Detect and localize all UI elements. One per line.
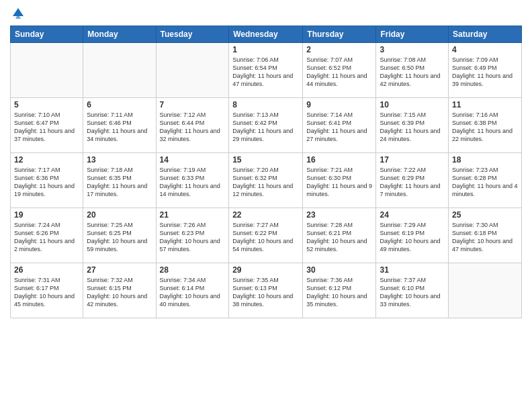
weekday-header-saturday: Saturday [449, 26, 522, 43]
day-info: Sunrise: 7:15 AM Sunset: 6:39 PM Dayligh… [380, 111, 445, 144]
day-info: Sunrise: 7:09 AM Sunset: 6:49 PM Dayligh… [452, 56, 518, 89]
calendar-cell: 28Sunrise: 7:34 AM Sunset: 6:14 PM Dayli… [156, 263, 229, 318]
calendar-cell: 30Sunrise: 7:36 AM Sunset: 6:12 PM Dayli… [303, 263, 376, 318]
day-number: 21 [160, 210, 226, 220]
day-number: 6 [87, 100, 152, 109]
day-info: Sunrise: 7:21 AM Sunset: 6:30 PM Dayligh… [306, 166, 372, 199]
calendar-cell: 7Sunrise: 7:12 AM Sunset: 6:44 PM Daylig… [156, 98, 229, 153]
calendar-week-3: 12Sunrise: 7:17 AM Sunset: 6:36 PM Dayli… [11, 153, 522, 208]
calendar-cell [11, 43, 83, 98]
day-number: 28 [160, 265, 226, 275]
calendar-cell: 9Sunrise: 7:14 AM Sunset: 6:41 PM Daylig… [303, 98, 376, 153]
day-info: Sunrise: 7:07 AM Sunset: 6:52 PM Dayligh… [306, 56, 372, 89]
calendar-table: SundayMondayTuesdayWednesdayThursdayFrid… [10, 26, 522, 318]
day-info: Sunrise: 7:13 AM Sunset: 6:42 PM Dayligh… [232, 111, 299, 144]
day-info: Sunrise: 7:27 AM Sunset: 6:22 PM Dayligh… [232, 221, 299, 254]
day-number: 8 [232, 100, 299, 109]
day-info: Sunrise: 7:17 AM Sunset: 6:36 PM Dayligh… [14, 166, 79, 199]
day-info: Sunrise: 7:37 AM Sunset: 6:10 PM Dayligh… [380, 276, 445, 309]
calendar-cell: 26Sunrise: 7:31 AM Sunset: 6:17 PM Dayli… [11, 263, 83, 318]
calendar-cell: 2Sunrise: 7:07 AM Sunset: 6:52 PM Daylig… [303, 43, 376, 98]
weekday-header-monday: Monday [83, 26, 156, 43]
day-number: 24 [380, 210, 445, 220]
calendar-week-5: 26Sunrise: 7:31 AM Sunset: 6:17 PM Dayli… [11, 263, 522, 318]
day-number: 27 [87, 265, 152, 275]
day-number: 12 [14, 155, 79, 165]
day-number: 26 [14, 265, 79, 275]
calendar-cell: 25Sunrise: 7:30 AM Sunset: 6:18 PM Dayli… [449, 208, 522, 263]
day-number: 30 [306, 265, 372, 275]
calendar-cell [156, 43, 229, 98]
day-number: 10 [380, 100, 445, 109]
day-number: 20 [87, 210, 152, 220]
calendar-cell: 14Sunrise: 7:19 AM Sunset: 6:33 PM Dayli… [156, 153, 229, 208]
day-info: Sunrise: 7:25 AM Sunset: 6:25 PM Dayligh… [87, 221, 152, 254]
day-info: Sunrise: 7:14 AM Sunset: 6:41 PM Dayligh… [306, 111, 372, 144]
day-info: Sunrise: 7:30 AM Sunset: 6:18 PM Dayligh… [452, 221, 518, 254]
weekday-header-sunday: Sunday [11, 26, 83, 43]
day-number: 3 [380, 45, 445, 54]
day-number: 25 [452, 210, 518, 220]
calendar-cell: 3Sunrise: 7:08 AM Sunset: 6:50 PM Daylig… [376, 43, 449, 98]
calendar-cell [83, 43, 156, 98]
calendar-cell: 13Sunrise: 7:18 AM Sunset: 6:35 PM Dayli… [83, 153, 156, 208]
day-number: 31 [380, 265, 445, 275]
calendar-cell: 15Sunrise: 7:20 AM Sunset: 6:32 PM Dayli… [229, 153, 303, 208]
weekday-header-thursday: Thursday [303, 26, 376, 43]
calendar-cell: 17Sunrise: 7:22 AM Sunset: 6:29 PM Dayli… [376, 153, 449, 208]
weekday-header-friday: Friday [376, 26, 449, 43]
day-info: Sunrise: 7:36 AM Sunset: 6:12 PM Dayligh… [306, 276, 372, 309]
day-info: Sunrise: 7:06 AM Sunset: 6:54 PM Dayligh… [232, 56, 299, 89]
calendar-cell: 20Sunrise: 7:25 AM Sunset: 6:25 PM Dayli… [83, 208, 156, 263]
calendar-cell: 18Sunrise: 7:23 AM Sunset: 6:28 PM Dayli… [449, 153, 522, 208]
day-info: Sunrise: 7:18 AM Sunset: 6:35 PM Dayligh… [87, 166, 152, 199]
calendar-cell: 1Sunrise: 7:06 AM Sunset: 6:54 PM Daylig… [229, 43, 303, 98]
calendar-cell: 23Sunrise: 7:28 AM Sunset: 6:21 PM Dayli… [303, 208, 376, 263]
day-info: Sunrise: 7:11 AM Sunset: 6:46 PM Dayligh… [87, 111, 152, 144]
day-info: Sunrise: 7:22 AM Sunset: 6:29 PM Dayligh… [380, 166, 445, 199]
weekday-header-tuesday: Tuesday [156, 26, 229, 43]
day-number: 4 [452, 45, 518, 54]
day-number: 19 [14, 210, 79, 220]
day-info: Sunrise: 7:08 AM Sunset: 6:50 PM Dayligh… [380, 56, 445, 89]
calendar-cell: 16Sunrise: 7:21 AM Sunset: 6:30 PM Dayli… [303, 153, 376, 208]
day-info: Sunrise: 7:31 AM Sunset: 6:17 PM Dayligh… [14, 276, 79, 309]
day-info: Sunrise: 7:20 AM Sunset: 6:32 PM Dayligh… [232, 166, 299, 199]
day-info: Sunrise: 7:28 AM Sunset: 6:21 PM Dayligh… [306, 221, 372, 254]
day-number: 15 [232, 155, 299, 165]
day-number: 11 [452, 100, 518, 109]
calendar-cell: 6Sunrise: 7:11 AM Sunset: 6:46 PM Daylig… [83, 98, 156, 153]
day-number: 1 [232, 45, 299, 54]
day-info: Sunrise: 7:10 AM Sunset: 6:47 PM Dayligh… [14, 111, 79, 144]
calendar-cell: 12Sunrise: 7:17 AM Sunset: 6:36 PM Dayli… [11, 153, 83, 208]
calendar-cell: 4Sunrise: 7:09 AM Sunset: 6:49 PM Daylig… [449, 43, 522, 98]
day-info: Sunrise: 7:19 AM Sunset: 6:33 PM Dayligh… [160, 166, 226, 199]
day-number: 2 [306, 45, 372, 54]
day-number: 9 [306, 100, 372, 109]
weekday-header-row: SundayMondayTuesdayWednesdayThursdayFrid… [11, 26, 522, 43]
calendar-cell: 19Sunrise: 7:24 AM Sunset: 6:26 PM Dayli… [11, 208, 83, 263]
day-number: 5 [14, 100, 79, 109]
day-info: Sunrise: 7:16 AM Sunset: 6:38 PM Dayligh… [452, 111, 518, 144]
calendar-cell: 5Sunrise: 7:10 AM Sunset: 6:47 PM Daylig… [11, 98, 83, 153]
calendar-cell: 8Sunrise: 7:13 AM Sunset: 6:42 PM Daylig… [229, 98, 303, 153]
calendar-cell: 21Sunrise: 7:26 AM Sunset: 6:23 PM Dayli… [156, 208, 229, 263]
day-number: 18 [452, 155, 518, 165]
header [10, 7, 522, 20]
day-number: 22 [232, 210, 299, 220]
calendar-cell: 31Sunrise: 7:37 AM Sunset: 6:10 PM Dayli… [376, 263, 449, 318]
day-info: Sunrise: 7:32 AM Sunset: 6:15 PM Dayligh… [87, 276, 152, 309]
calendar-cell: 10Sunrise: 7:15 AM Sunset: 6:39 PM Dayli… [376, 98, 449, 153]
weekday-header-wednesday: Wednesday [229, 26, 303, 43]
page: SundayMondayTuesdayWednesdayThursdayFrid… [0, 0, 532, 411]
calendar-week-1: 1Sunrise: 7:06 AM Sunset: 6:54 PM Daylig… [11, 43, 522, 98]
day-number: 17 [380, 155, 445, 165]
calendar-week-4: 19Sunrise: 7:24 AM Sunset: 6:26 PM Dayli… [11, 208, 522, 263]
calendar-cell: 27Sunrise: 7:32 AM Sunset: 6:15 PM Dayli… [83, 263, 156, 318]
calendar-cell: 29Sunrise: 7:35 AM Sunset: 6:13 PM Dayli… [229, 263, 303, 318]
logo [10, 7, 25, 20]
day-info: Sunrise: 7:12 AM Sunset: 6:44 PM Dayligh… [160, 111, 226, 144]
day-info: Sunrise: 7:35 AM Sunset: 6:13 PM Dayligh… [232, 276, 299, 309]
calendar-week-2: 5Sunrise: 7:10 AM Sunset: 6:47 PM Daylig… [11, 98, 522, 153]
day-number: 16 [306, 155, 372, 165]
